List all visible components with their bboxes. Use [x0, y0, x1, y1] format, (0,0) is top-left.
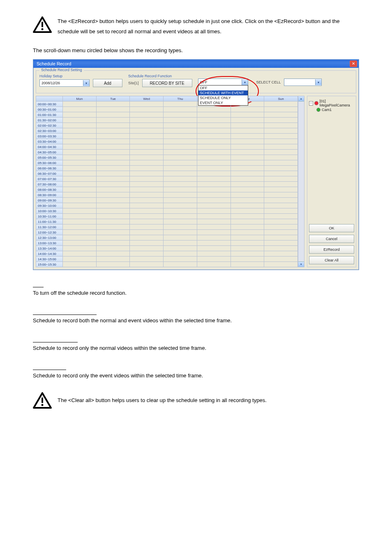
- grid-cell[interactable]: [63, 112, 97, 118]
- grid-cell[interactable]: [63, 198, 97, 203]
- grid-cell[interactable]: [96, 123, 130, 128]
- grid-time-label[interactable]: 01:30~02:00: [36, 118, 63, 123]
- grid-cell[interactable]: [164, 144, 197, 150]
- grid-cell[interactable]: [164, 224, 197, 230]
- grid-cell[interactable]: [63, 144, 97, 150]
- grid-cell[interactable]: [264, 208, 298, 214]
- grid-time-label[interactable]: 14:00~14:30: [36, 251, 63, 257]
- grid-cell[interactable]: [164, 107, 197, 112]
- grid-cell[interactable]: [164, 214, 197, 219]
- grid-cell[interactable]: [96, 192, 130, 198]
- grid-cell[interactable]: [264, 118, 298, 123]
- grid-cell[interactable]: [130, 203, 164, 208]
- grid-time-label[interactable]: 13:30~14:00: [36, 246, 63, 251]
- grid-cell[interactable]: [63, 230, 97, 235]
- grid-cell[interactable]: [264, 192, 298, 198]
- grid-cell[interactable]: [197, 150, 231, 155]
- grid-cell[interactable]: [96, 112, 130, 118]
- grid-cell[interactable]: [264, 123, 298, 128]
- grid-cell[interactable]: [63, 150, 97, 155]
- grid-cell[interactable]: [63, 128, 97, 134]
- grid-cell[interactable]: [264, 187, 298, 192]
- grid-cell[interactable]: [197, 203, 231, 208]
- grid-cell[interactable]: [197, 134, 231, 139]
- grid-time-label[interactable]: 10:30~11:00: [36, 214, 63, 219]
- grid-cell[interactable]: [231, 208, 264, 214]
- grid-time-label[interactable]: 09:30~10:00: [36, 203, 63, 208]
- grid-cell[interactable]: [96, 208, 130, 214]
- grid-cell[interactable]: [130, 171, 164, 176]
- grid-cell[interactable]: [164, 102, 197, 107]
- grid-cell[interactable]: [96, 171, 130, 176]
- grid-cell[interactable]: [63, 235, 97, 240]
- grid-cell[interactable]: [164, 176, 197, 182]
- grid-time-label[interactable]: 15:00~15:30: [36, 262, 63, 267]
- grid-cell[interactable]: [231, 257, 264, 262]
- grid-cell[interactable]: [264, 262, 298, 267]
- grid-cell[interactable]: [63, 182, 97, 187]
- grid-cell[interactable]: [264, 224, 298, 230]
- grid-cell[interactable]: [63, 134, 97, 139]
- grid-cell[interactable]: [197, 251, 231, 257]
- grid-cell[interactable]: [264, 219, 298, 224]
- grid-time-label[interactable]: 11:00~11:30: [36, 219, 63, 224]
- grid-header-day[interactable]: Wed: [130, 96, 164, 102]
- grid-time-label[interactable]: 03:00~03:30: [36, 134, 63, 139]
- grid-cell[interactable]: [197, 235, 231, 240]
- grid-cell[interactable]: [231, 123, 264, 128]
- grid-cell[interactable]: [63, 155, 97, 160]
- grid-cell[interactable]: [96, 214, 130, 219]
- grid-cell[interactable]: [231, 246, 264, 251]
- grid-cell[interactable]: [164, 134, 197, 139]
- grid-cell[interactable]: [197, 112, 231, 118]
- grid-time-label[interactable]: 06:30~07:00: [36, 171, 63, 176]
- grid-cell[interactable]: [96, 155, 130, 160]
- grid-time-label[interactable]: 06:00~06:30: [36, 166, 63, 171]
- grid-cell[interactable]: [231, 107, 264, 112]
- dropdown-item-schedule-only[interactable]: SCHEDULE ONLY: [198, 95, 248, 100]
- grid-cell[interactable]: [130, 150, 164, 155]
- grid-time-label[interactable]: 10:00~10:30: [36, 208, 63, 214]
- grid-cell[interactable]: [264, 107, 298, 112]
- grid-time-label[interactable]: 00:30~01:00: [36, 107, 63, 112]
- dropdown-item-schedule-with-event[interactable]: SCHEDULE WITH EVENT: [198, 90, 248, 95]
- grid-cell[interactable]: [164, 187, 197, 192]
- close-button[interactable]: ✕: [350, 60, 357, 67]
- grid-cell[interactable]: [63, 224, 97, 230]
- grid-cell[interactable]: [96, 240, 130, 246]
- grid-header-day[interactable]: Thu: [164, 96, 197, 102]
- scroll-up-icon[interactable]: ▴: [298, 96, 304, 102]
- grid-cell[interactable]: [130, 224, 164, 230]
- tree-child-node[interactable]: Cam1: [316, 108, 354, 112]
- grid-cell[interactable]: [96, 219, 130, 224]
- grid-cell[interactable]: [96, 224, 130, 230]
- grid-cell[interactable]: [96, 262, 130, 267]
- grid-cell[interactable]: [231, 160, 264, 166]
- grid-cell[interactable]: [197, 139, 231, 144]
- add-button[interactable]: Add: [93, 79, 122, 87]
- grid-cell[interactable]: [197, 230, 231, 235]
- grid-cell[interactable]: [96, 251, 130, 257]
- select-cell-combo[interactable]: ▾: [284, 79, 322, 86]
- grid-cell[interactable]: [197, 224, 231, 230]
- grid-cell[interactable]: [197, 257, 231, 262]
- grid-cell[interactable]: [164, 240, 197, 246]
- grid-cell[interactable]: [130, 235, 164, 240]
- grid-cell[interactable]: [96, 118, 130, 123]
- grid-cell[interactable]: [63, 160, 97, 166]
- grid-cell[interactable]: [231, 128, 264, 134]
- grid-cell[interactable]: [231, 171, 264, 176]
- grid-time-label[interactable]: 04:00~04:30: [36, 144, 63, 150]
- grid-cell[interactable]: [63, 176, 97, 182]
- grid-time-label[interactable]: 12:00~12:30: [36, 230, 63, 235]
- grid-cell[interactable]: [164, 203, 197, 208]
- grid-cell[interactable]: [96, 150, 130, 155]
- grid-cell[interactable]: [130, 144, 164, 150]
- grid-cell[interactable]: [264, 112, 298, 118]
- grid-cell[interactable]: [264, 257, 298, 262]
- grid-cell[interactable]: [164, 198, 197, 203]
- grid-cell[interactable]: [264, 176, 298, 182]
- grid-cell[interactable]: [130, 128, 164, 134]
- grid-time-label[interactable]: 04:30~05:00: [36, 150, 63, 155]
- grid-cell[interactable]: [130, 251, 164, 257]
